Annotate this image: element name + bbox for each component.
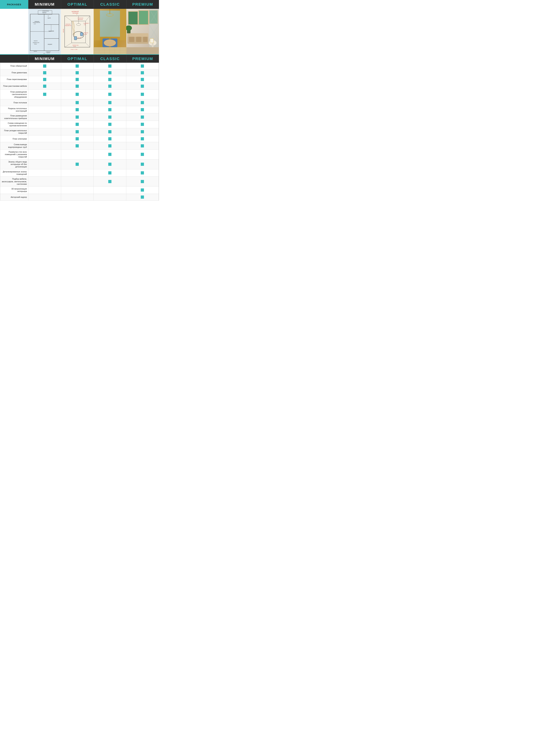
svg-text:кушетка: кушетка	[34, 51, 37, 52]
no-check-icon	[43, 153, 46, 156]
row-label: Схема освещения по группам включения	[0, 121, 28, 128]
row-cell-classic	[94, 150, 126, 159]
check-icon	[141, 108, 144, 111]
check-icon	[43, 71, 46, 74]
check-icon	[108, 93, 111, 96]
row-cell-minimum	[28, 121, 61, 128]
row-cell-optimal	[61, 113, 94, 121]
check-icon	[141, 137, 144, 140]
no-check-icon	[43, 196, 46, 199]
svg-text:СКРЫТАЯ: СКРЫТАЯ	[66, 24, 71, 25]
table-row: План электрики	[0, 135, 159, 142]
row-cell-classic	[94, 194, 126, 201]
row-cell-minimum	[28, 128, 61, 135]
svg-text:ПОТОЛОК: ПОТОЛОК	[72, 13, 78, 14]
premium-image	[126, 9, 159, 54]
row-cell-premium	[126, 83, 159, 89]
row-cell-premium	[126, 194, 159, 201]
table-row: План обмерочный	[0, 63, 159, 69]
row-cell-premium	[126, 128, 159, 135]
no-check-icon	[108, 188, 111, 191]
check-icon	[75, 115, 79, 119]
row-cell-premium	[126, 186, 159, 194]
svg-text:НАТЯЖНОЙ: НАТЯЖНОЙ	[71, 11, 79, 12]
sub-header-optimal: OPTIMAL	[61, 55, 94, 63]
sub-header-premium: PREMIUM	[126, 55, 159, 63]
row-cell-minimum	[28, 159, 61, 169]
check-icon	[108, 130, 111, 133]
header-row: PACKAGES MINIMUM OPTIMAL CLASSIC PREMIUM	[0, 0, 159, 9]
no-check-icon	[43, 180, 46, 183]
table-row: 3D визуализация интерьера	[0, 186, 159, 194]
row-label: План размещения сантехнического оборудов…	[0, 90, 28, 99]
row-cell-minimum	[28, 83, 61, 89]
sub-header-classic: CLASSIC	[94, 55, 126, 63]
row-cell-premium	[126, 121, 159, 128]
svg-rect-96	[150, 39, 154, 43]
check-icon	[75, 108, 79, 111]
table-row: План расстановки мебели	[0, 83, 159, 90]
svg-rect-79	[128, 12, 138, 25]
row-cell-premium	[126, 90, 159, 99]
row-cell-premium	[126, 106, 159, 113]
svg-text:ПЛИТКА №1: ПЛИТКА №1	[72, 45, 79, 46]
no-check-icon	[108, 196, 111, 199]
svg-rect-63	[100, 10, 120, 37]
row-label: Развёртки стен всех помещений с указание…	[0, 150, 28, 159]
minimum-image: спальня кухня компьютерный стол прихожая…	[28, 9, 61, 54]
svg-text:обуви: обуви	[34, 43, 37, 45]
table-row: Схема вывода водопроводных труб	[0, 142, 159, 150]
row-cell-optimal	[61, 177, 94, 186]
svg-point-68	[104, 39, 116, 46]
comparison-table: План обмерочныйПлан демонтажаПлан перепл…	[0, 63, 159, 201]
row-label: План электрики	[0, 135, 28, 142]
sub-header-row: MINIMUM OPTIMAL CLASSIC PREMIUM	[0, 55, 159, 63]
check-icon	[108, 123, 111, 126]
check-icon	[75, 123, 79, 126]
image-label-cell	[0, 9, 28, 54]
row-cell-minimum	[28, 76, 61, 83]
table-row: Развёртки стен всех помещений с указание…	[0, 150, 159, 159]
row-cell-premium	[126, 135, 159, 142]
row-label: Детализированные эскизы помещений	[0, 169, 28, 177]
classic-image	[94, 9, 126, 54]
no-check-icon	[43, 163, 46, 166]
row-cell-classic	[94, 135, 126, 142]
check-icon	[75, 78, 79, 81]
row-cell-optimal	[61, 135, 94, 142]
check-icon	[75, 144, 79, 147]
check-icon	[108, 171, 111, 175]
check-icon	[108, 144, 111, 147]
table-row: Подбор мебели, аксессуаров, светильников…	[0, 177, 159, 186]
no-check-icon	[43, 188, 46, 191]
table-row: План укладки напольных покрытий	[0, 128, 159, 136]
no-check-icon	[43, 101, 46, 104]
table-row: План размещения сантехнического оборудов…	[0, 90, 159, 99]
table-row: План размещения осветительных приборов	[0, 113, 159, 121]
row-cell-optimal	[61, 69, 94, 76]
row-cell-optimal	[61, 128, 94, 135]
row-cell-minimum	[28, 69, 61, 76]
check-icon	[75, 65, 79, 68]
check-icon	[75, 101, 79, 104]
row-cell-classic	[94, 76, 126, 83]
svg-rect-43	[80, 32, 83, 36]
check-icon	[108, 71, 111, 74]
svg-rect-88	[127, 33, 148, 37]
no-check-icon	[75, 171, 79, 175]
check-icon	[43, 78, 46, 81]
row-cell-classic	[94, 128, 126, 135]
row-cell-classic	[94, 99, 126, 106]
svg-text:ПАРТНЕР 2: ПАРТНЕР 2	[84, 23, 89, 24]
row-cell-classic	[94, 63, 126, 69]
row-cell-minimum	[28, 169, 61, 177]
no-check-icon	[43, 137, 46, 140]
svg-text:шкафчик для: шкафчик для	[33, 42, 39, 43]
check-icon	[108, 137, 111, 140]
svg-text:балкон: балкон	[42, 12, 46, 13]
row-label: План обмерочный	[0, 63, 28, 69]
row-cell-classic	[94, 83, 126, 89]
row-label: План расстановки мебели	[0, 83, 28, 89]
svg-text:зеркало: зеркало	[34, 40, 38, 41]
svg-text:Встроенный: Встроенный	[78, 18, 83, 19]
